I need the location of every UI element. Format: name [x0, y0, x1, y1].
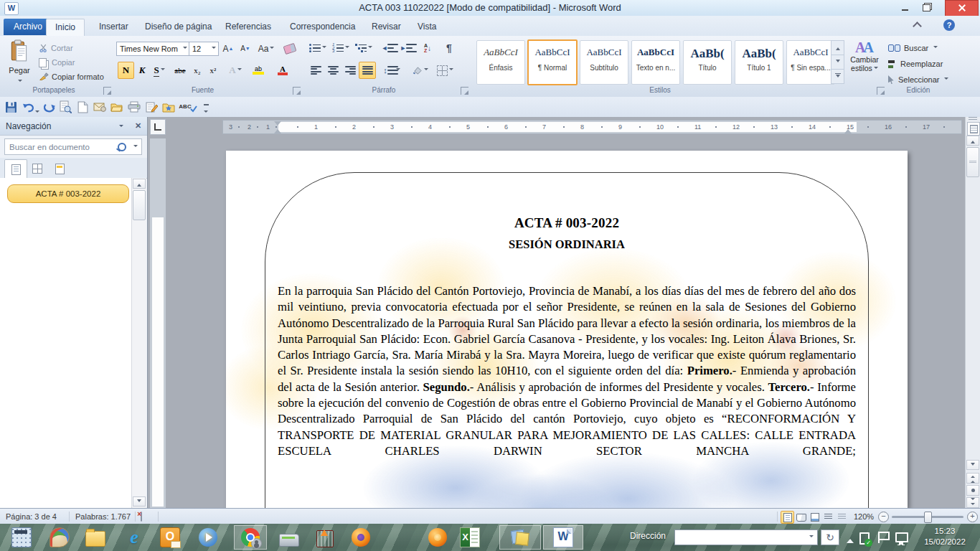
font-family-select[interactable]: Times New Rom [116, 42, 190, 56]
multilevel-list-button[interactable] [353, 40, 374, 56]
find-button[interactable]: Buscar [888, 42, 938, 55]
align-center-button[interactable] [324, 62, 341, 79]
shredder-icon[interactable] [314, 527, 336, 548]
zoom-slider-thumb[interactable] [924, 512, 932, 523]
navigation-headings-list[interactable]: ACTA # 003-2022 [0, 178, 131, 508]
align-right-button[interactable] [341, 62, 359, 79]
tab-inicio[interactable]: Inicio [46, 19, 85, 37]
select-browse-object-icon[interactable] [966, 485, 979, 496]
new-document-button[interactable] [75, 99, 90, 115]
page-indicator[interactable]: Página: 3 de 4 [6, 509, 57, 524]
doc-scroll-thumb[interactable] [966, 147, 979, 177]
tab-vista[interactable]: Vista [409, 19, 445, 35]
print-button[interactable] [126, 99, 142, 115]
next-page-icon[interactable] [966, 497, 979, 508]
nav-tab-results[interactable] [49, 159, 70, 178]
print-layout-view-button[interactable] [781, 511, 794, 524]
nav-scroll-thumb[interactable] [133, 190, 146, 220]
underline-button[interactable]: S [149, 62, 169, 79]
styles-dialog-launcher-icon[interactable] [877, 87, 885, 95]
action-center-flag-icon[interactable] [878, 532, 880, 543]
split-window-handle[interactable] [969, 117, 977, 121]
print-preview-button[interactable] [57, 99, 73, 115]
word-taskbar-icon[interactable]: W [552, 527, 574, 548]
address-dropdown-caret[interactable] [809, 535, 814, 540]
style-titulo[interactable]: AaBb( Título [683, 40, 732, 85]
document-page[interactable]: ACTA # 003-2022 SESIÓN ORDINARIA En la p… [226, 151, 908, 508]
nav-scroll-up-icon[interactable] [133, 179, 146, 189]
justify-button[interactable] [359, 62, 376, 79]
address-go-icon[interactable]: ↻ [821, 529, 839, 545]
shading-button[interactable] [407, 62, 432, 79]
align-left-button[interactable] [307, 62, 324, 79]
previous-page-icon[interactable] [966, 473, 979, 484]
file-explorer-icon[interactable] [85, 527, 106, 548]
change-styles-button[interactable]: AA Cambiar estilos [847, 39, 882, 85]
nav-scroll-down-icon[interactable] [133, 496, 146, 507]
styles-gallery-more-icon[interactable] [831, 69, 844, 84]
style-subtitulo[interactable]: AaBbCcI Subtítulo [580, 40, 628, 85]
help-icon[interactable]: ? [943, 19, 955, 31]
web-layout-view-button[interactable] [808, 511, 821, 524]
close-button[interactable] [945, 0, 979, 17]
tab-correspondencia[interactable]: Correspondencia [281, 19, 364, 35]
calculator-icon[interactable] [11, 527, 32, 548]
open-button[interactable] [109, 99, 125, 115]
borders-button[interactable] [433, 62, 456, 79]
font-size-select[interactable]: 12 [189, 42, 219, 56]
font-dialog-launcher-icon[interactable] [293, 87, 301, 95]
zoom-level[interactable]: 120% [854, 509, 874, 524]
tab-diseno-de-pagina[interactable]: Diseño de página [136, 19, 220, 35]
format-painter-button[interactable]: Copiar formato [39, 70, 104, 83]
show-paragraph-marks-button[interactable]: ¶ [440, 40, 458, 56]
strikethrough-button[interactable]: abe [171, 62, 189, 79]
increase-indent-button[interactable]: ► [397, 40, 416, 56]
taskbar-clock[interactable]: 15:23 15/02/2022 [915, 526, 974, 547]
ruler-toggle-button[interactable] [967, 122, 980, 136]
italic-button[interactable]: K [135, 62, 149, 79]
style-sin-espaciado[interactable]: AaBbCcI ¶ Sin espa... [786, 40, 835, 85]
right-indent-marker[interactable] [844, 126, 852, 133]
restore-button[interactable] [917, 0, 936, 15]
font-color-button[interactable]: A [271, 62, 294, 79]
heading-item[interactable]: ACTA # 003-2022 [7, 184, 129, 203]
bold-button[interactable]: N [118, 62, 134, 79]
text-effects-button[interactable]: A [225, 62, 245, 79]
paste-button[interactable]: Pegar [4, 39, 34, 84]
document-scrollbar[interactable] [965, 117, 980, 508]
tab-archivo[interactable]: Archivo [4, 19, 52, 35]
draft-view-button[interactable] [835, 511, 849, 524]
media-player-icon[interactable] [197, 527, 219, 548]
redo-button[interactable] [42, 99, 57, 115]
chrome-icon[interactable] [240, 527, 261, 548]
doc-scroll-up-icon[interactable] [966, 136, 979, 146]
navigation-close-icon[interactable]: ✕ [133, 121, 143, 131]
fullscreen-reading-view-button[interactable] [794, 511, 808, 524]
style-titulo-1[interactable]: AaBb( Título 1 [735, 40, 783, 85]
numbering-button[interactable]: 1 2 3 [330, 40, 352, 56]
sticky-notes-icon[interactable] [509, 527, 531, 548]
navigation-menu-caret[interactable] [119, 125, 123, 129]
style-normal[interactable]: AaBbCcI ¶ Normal [527, 39, 578, 85]
nav-tab-pages[interactable] [27, 159, 48, 178]
subscript-button[interactable]: x₂ [189, 62, 205, 79]
network-tray-icon[interactable] [895, 532, 908, 542]
cut-button[interactable]: Cortar [39, 42, 73, 55]
nav-tab-headings[interactable] [4, 159, 27, 179]
show-hidden-icons-chevron[interactable] [847, 535, 854, 543]
paste-dropdown-caret[interactable] [18, 80, 22, 84]
paint-icon[interactable] [49, 527, 70, 548]
spelling-grammar-button[interactable]: ABC [178, 99, 198, 115]
outlook-icon[interactable]: O [159, 527, 181, 548]
excel-icon[interactable]: X [459, 527, 481, 548]
paragraph-dialog-launcher-icon[interactable] [461, 87, 468, 95]
shrink-font-button[interactable]: A▼ [237, 40, 254, 57]
superscript-button[interactable]: x² [205, 62, 221, 79]
grow-font-button[interactable]: A▲ [220, 40, 237, 57]
decrease-indent-button[interactable]: ◄ [379, 40, 397, 56]
scanner-icon[interactable] [278, 527, 300, 548]
minimize-button[interactable] [895, 0, 914, 15]
tab-referencias[interactable]: Referencias [217, 19, 280, 35]
usb-tray-icon[interactable]: ✓ [859, 532, 870, 545]
search-icon[interactable] [118, 143, 126, 151]
